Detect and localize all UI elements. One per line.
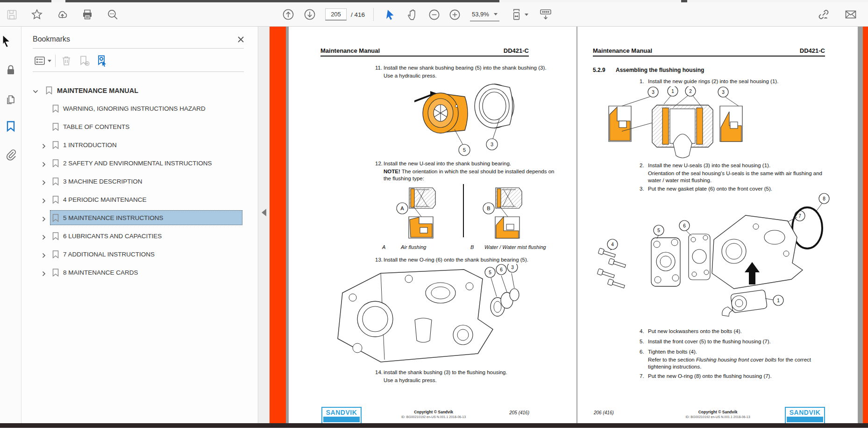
navigation-rail — [0, 27, 21, 423]
caption-a-letter: A — [382, 244, 385, 250]
zoom-level-dropdown[interactable]: 53,9% — [470, 7, 499, 21]
page-number-input[interactable] — [325, 8, 347, 21]
bookmark-icon — [52, 250, 59, 258]
section-title: Assembling the flushing housing — [616, 67, 704, 73]
bookmark-options-button[interactable] — [33, 54, 47, 67]
chevron-right-icon[interactable] — [41, 179, 47, 185]
callout-3: 3 — [491, 142, 493, 147]
mouse-cursor — [2, 35, 12, 49]
bookmark-label: WARNING, IGNORING INSTRUCTIONS HAZARD — [63, 105, 206, 112]
bookmark-item[interactable]: 2 SAFETY AND ENVIRONMENTAL INSTRUCTIONS — [22, 154, 258, 172]
step-7: 7. Put the new O-ring (8) onto the flush… — [640, 373, 845, 380]
chevron-right-icon[interactable] — [41, 197, 47, 203]
callout-7: 7 — [798, 213, 801, 219]
locate-current-bookmark-button[interactable] — [95, 54, 109, 67]
figure-seal-housing-section: 3 1 2 3 — [603, 86, 748, 161]
close-panel-button[interactable] — [235, 33, 247, 45]
email-icon[interactable] — [843, 6, 859, 23]
save-icon[interactable] — [4, 6, 20, 23]
bookmark-item[interactable]: 1 INTRODUCTION — [22, 136, 258, 154]
chevron-down-icon — [494, 13, 498, 15]
hide-toolbar-button[interactable] — [538, 6, 554, 23]
step-11: 11. Install the new shank bushing bearin… — [375, 64, 578, 71]
chevron-right-icon[interactable] — [41, 270, 47, 276]
bookmark-item[interactable]: TABLE OF CONTENTS — [22, 118, 258, 136]
footer-copyright: Copyright © Sandvik ID: BG00210192 en-US… — [675, 410, 761, 419]
step-12: 12. Install the new U-seal into the shan… — [375, 160, 578, 167]
sandvik-logo: SANDVIK — [321, 407, 362, 424]
attachments-icon[interactable] — [5, 149, 17, 161]
bookmark-icon — [52, 196, 59, 204]
logo-bar — [323, 417, 360, 422]
bookmark-label: 5 MAINTENANCE INSTRUCTIONS — [63, 214, 164, 221]
panel-title: Bookmarks — [33, 35, 70, 43]
step-12-note: NOTE! The orientation in which the seal … — [384, 168, 584, 182]
bookmark-label: 2 SAFETY AND ENVIRONMENTAL INSTRUCTIONS — [63, 160, 212, 167]
bookmark-icon — [52, 141, 59, 149]
callout-6: 6 — [683, 223, 686, 228]
bookmark-item[interactable]: 8 MAINTENANCE CARDS — [22, 263, 258, 282]
sandvik-logo: SANDVIK — [785, 407, 825, 424]
bookmark-item[interactable]: 6 LUBRICANTS AND CAPACITIES — [22, 227, 258, 245]
chevron-right-icon[interactable] — [41, 215, 47, 221]
select-tool-icon[interactable] — [382, 6, 398, 23]
share-link-icon[interactable] — [816, 6, 832, 23]
bookmark-label: 3 MACHINE DESCRIPTION — [63, 178, 142, 185]
bookmark-label: 1 INTRODUCTION — [63, 142, 117, 149]
callout-1: 1 — [777, 298, 780, 303]
header-code: DD421-C — [800, 47, 825, 54]
bookmark-icon — [52, 159, 59, 167]
page-header: Maintenance Manual DD421-C — [320, 47, 529, 57]
print-icon[interactable] — [79, 6, 95, 23]
zoom-in-icon[interactable] — [447, 6, 462, 23]
bookmark-item-selected[interactable]: 5 MAINTENANCE INSTRUCTIONS — [22, 209, 258, 227]
step-6: 6. Tighten the bolts (4). — [640, 348, 845, 355]
bookmark-item[interactable]: WARNING, IGNORING INSTRUCTIONS HAZARD — [22, 99, 258, 118]
step-6-refer: Refer to the section Flushing housing fr… — [648, 356, 854, 370]
callout-3b: 3 — [722, 90, 725, 95]
main-toolbar: / 416 — [0, 2, 868, 27]
panel-divider — [33, 71, 244, 72]
collapse-panel-arrow[interactable] — [262, 209, 266, 216]
new-bookmark-button[interactable] — [77, 54, 91, 67]
panel-gutter — [259, 27, 270, 423]
bookmark-icon — [52, 105, 59, 113]
page-205: Maintenance Manual DD421-C 11. Install t… — [289, 27, 576, 423]
star-icon[interactable] — [29, 6, 45, 23]
header-code: DD421-C — [504, 47, 529, 54]
bookmark-item[interactable]: MAINTENANCE MANUAL — [22, 81, 258, 99]
cloud-upload-icon[interactable] — [54, 6, 70, 23]
bookmark-item[interactable]: 4 PERIODIC MAINTENANCE — [22, 191, 258, 209]
bookmark-icon — [52, 214, 59, 222]
chevron-right-icon[interactable] — [41, 234, 47, 239]
search-icon[interactable] — [105, 6, 121, 23]
step-1: 1. Install the new guide rings (2) into … — [640, 78, 845, 85]
zoom-out-icon[interactable] — [426, 6, 442, 23]
page-206: Maintenance Manual DD421-C 5.2.9 Assembl… — [577, 27, 858, 423]
delete-bookmark-button[interactable] — [59, 54, 73, 67]
document-canvas[interactable]: Maintenance Manual DD421-C 11. Install t… — [286, 27, 863, 423]
chevron-down-icon — [525, 14, 528, 16]
bookmark-label: TABLE OF CONTENTS — [63, 123, 129, 130]
bookmark-icon — [52, 232, 59, 240]
chevron-right-icon[interactable] — [41, 252, 47, 257]
figure-shank-bushing-bearing: 5 3 — [408, 77, 522, 159]
bookmark-item[interactable]: 3 MACHINE DESCRIPTION — [22, 172, 258, 191]
bookmark-item[interactable]: 7 ADDITIONAL INSTRUCTIONS — [22, 245, 258, 263]
chevron-right-icon[interactable] — [41, 161, 47, 166]
bookmark-icon — [52, 269, 59, 277]
fit-width-button[interactable] — [510, 6, 528, 23]
chevron-right-icon[interactable] — [41, 142, 47, 148]
toolbar-separator — [373, 8, 374, 21]
bookmarks-panel-icon[interactable] — [5, 120, 17, 132]
lock-icon[interactable] — [5, 64, 17, 76]
chevron-down-icon[interactable] — [33, 88, 38, 93]
callout-2: 2 — [689, 89, 692, 94]
page-thumbnails-icon[interactable] — [5, 93, 17, 106]
bookmark-icon — [46, 86, 52, 94]
previous-page-button[interactable] — [280, 6, 296, 23]
hand-tool-icon[interactable] — [405, 6, 420, 23]
bottom-margin — [0, 428, 868, 433]
next-page-button[interactable] — [302, 6, 318, 23]
caption-b-letter: B — [470, 244, 474, 250]
